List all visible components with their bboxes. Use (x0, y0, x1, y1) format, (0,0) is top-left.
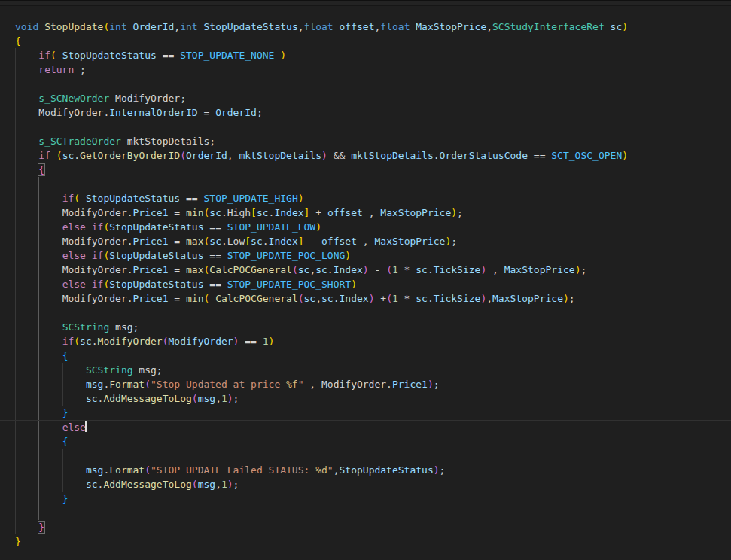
code-editor[interactable]: void StopUpdate(int OrderId,int StopUpda… (0, 6, 731, 549)
code-line[interactable]: } (0, 492, 731, 506)
code-line[interactable]: sc.AddMessageToLog(msg,1); (0, 477, 731, 492)
code-token: sc (304, 293, 316, 304)
code-line[interactable]: if( StopUpdateStatus == STOP_UPDATE_NONE… (0, 48, 731, 62)
code-token: ( (192, 393, 198, 404)
matched-bracket: } (38, 522, 44, 533)
code-token: STOP_UPDATE_NONE (180, 50, 274, 61)
text-cursor (85, 421, 87, 432)
code-token: sc (251, 236, 263, 247)
code-token: sc (298, 264, 310, 275)
code-line[interactable] (0, 449, 731, 463)
code-line[interactable]: { (0, 163, 731, 177)
code-line[interactable]: ModifyOrder.Price1 = max(sc.Low[sc.Index… (0, 234, 731, 248)
code-line[interactable]: if(sc.ModifyOrder(ModifyOrder) == 1) (0, 334, 731, 348)
code-token: MaxStopPrice (504, 264, 575, 275)
code-token: ; (580, 264, 586, 275)
code-line[interactable]: void StopUpdate(int OrderId,int StopUpda… (0, 20, 731, 34)
code-token: offset (321, 236, 357, 247)
indent-guide (62, 449, 63, 463)
code-line[interactable]: return ; (0, 62, 731, 77)
code-token: , (315, 293, 321, 304)
code-token: max (186, 236, 203, 247)
code-line[interactable]: if( StopUpdateStatus == STOP_UPDATE_HIGH… (0, 191, 731, 205)
code-line[interactable]: { (0, 434, 731, 449)
code-token: SCT_OSC_OPEN (551, 150, 622, 161)
code-token: ) (280, 50, 286, 61)
code-line[interactable]: else if(StopUpdateStatus == STOP_UPDATE_… (0, 248, 731, 263)
code-token: ; (457, 207, 463, 218)
code-line[interactable] (0, 506, 731, 520)
code-token: "Stop Updated at price (151, 379, 286, 390)
code-token: ) (428, 379, 434, 390)
code-line[interactable]: else if(StopUpdateStatus == STOP_UPDATE_… (0, 220, 731, 234)
code-line[interactable]: s_SCTradeOrder mktStopDetails; (0, 134, 731, 148)
code-line[interactable]: } (0, 534, 731, 549)
code-token: ] (298, 236, 304, 247)
code-token (15, 207, 62, 218)
code-token (56, 50, 62, 61)
code-token: sc (86, 479, 98, 490)
code-line[interactable]: if (sc.GetOrderByOrderID(OrderId, mktSto… (0, 148, 731, 163)
code-line[interactable]: ModifyOrder.Price1 = max(CalcPOCGeneral(… (0, 263, 731, 277)
code-token: STOP_UPDATE_POC_SHORT (227, 278, 351, 290)
code-token: . (263, 236, 269, 247)
code-token: && (327, 150, 351, 161)
code-token: min (186, 293, 203, 304)
code-token: sc (416, 293, 428, 304)
code-token: MaxStopPrice (492, 293, 563, 304)
code-token: { (15, 35, 21, 47)
code-token (15, 236, 62, 247)
code-token (15, 164, 38, 175)
code-line[interactable]: } (0, 406, 731, 420)
code-line[interactable] (0, 177, 731, 191)
code-line[interactable]: else if(StopUpdateStatus == STOP_UPDATE_… (0, 277, 731, 291)
code-line[interactable]: { (0, 348, 731, 363)
code-token: " (327, 464, 334, 476)
code-token: .High (221, 207, 251, 218)
code-line[interactable] (0, 120, 731, 134)
code-token: ModifyOrder (98, 336, 163, 347)
code-line[interactable]: sc.AddMessageToLog(msg,1); (0, 391, 731, 406)
code-token: ) (563, 293, 569, 304)
code-line[interactable]: s_SCNewOrder ModifyOrder; (0, 91, 731, 105)
code-token: AddMessageToLog (103, 393, 191, 404)
code-token (15, 193, 62, 204)
code-line[interactable]: ModifyOrder.Price1 = min( CalcPOCGeneral… (0, 291, 731, 306)
code-token: StopUpdateStatus (86, 193, 180, 204)
code-token (50, 150, 56, 161)
code-token (15, 436, 62, 447)
code-line[interactable]: msg.Format("STOP UPDATE Failed STATUS: %… (0, 463, 731, 477)
code-token: Price1 (133, 264, 169, 275)
code-token: Format (109, 379, 145, 390)
code-line[interactable] (0, 306, 731, 320)
code-line[interactable]: } (0, 520, 731, 534)
code-token: " (298, 379, 304, 390)
code-token: if (92, 278, 104, 290)
code-token: ( (180, 150, 186, 161)
code-line[interactable] (0, 77, 731, 91)
code-token: AddMessageToLog (103, 479, 191, 490)
code-token (127, 21, 133, 32)
code-token: StopUpdateStatus (109, 221, 203, 233)
code-line[interactable]: else (0, 420, 731, 434)
code-line[interactable]: ModifyOrder.InternalOrderID = OrderId; (0, 105, 731, 120)
code-token: ; (440, 464, 446, 476)
code-line[interactable]: { (0, 34, 731, 48)
code-token: ( (163, 336, 169, 347)
code-token: + (374, 293, 386, 304)
code-token: = (169, 207, 186, 218)
code-line[interactable]: msg.Format("Stop Updated at price %f" , … (0, 377, 731, 391)
code-token: StopUpdateStatus (109, 278, 203, 290)
code-line[interactable]: SCString msg; (0, 320, 731, 334)
code-token (80, 193, 86, 204)
code-token: Price1 (133, 207, 169, 218)
code-token: mktStopDetails (239, 150, 321, 161)
code-token: InternalOrderID (109, 107, 197, 118)
code-line[interactable]: SCString msg; (0, 363, 731, 377)
active-indent-guide (38, 306, 39, 320)
code-token: sc (209, 207, 221, 218)
code-line[interactable]: ModifyOrder.Price1 = min(sc.High[sc.Inde… (0, 205, 731, 220)
code-token: } (62, 407, 69, 418)
code-token: "STOP UPDATE Failed STATUS: (151, 464, 315, 476)
code-token: = (169, 293, 186, 304)
